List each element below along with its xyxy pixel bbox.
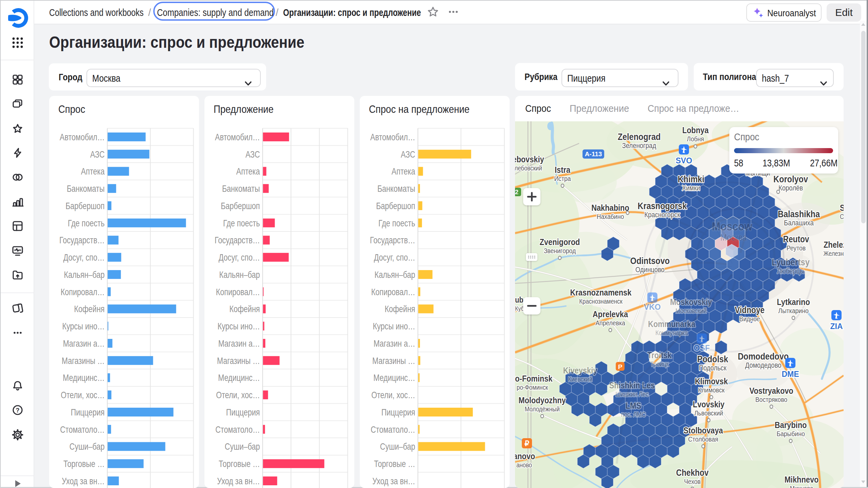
svg-text:Где поесть: Где поесть [223,218,260,228]
svg-text:Досуг, спо…: Досуг, спо… [218,252,260,263]
svg-text:Магазины …: Магазины … [62,356,104,366]
svg-text:Красногорск: Красногорск [644,211,680,219]
svg-text:Lyubertsy: Lyubertsy [772,257,810,267]
svg-text:Звенигород: Звенигород [544,247,576,255]
svg-text:Kommunarka: Kommunarka [648,319,695,329]
svg-text:ebovskiy: ebovskiy [515,154,544,164]
svg-text:Moscow: Moscow [712,220,752,233]
svg-text:Магазин а…: Магазин а… [373,339,415,349]
svg-text:Досуг, спо…: Досуг, спо… [63,252,104,263]
svg-text:Торговые …: Торговые … [374,459,415,469]
svg-text:Барбершоп: Барбершоп [376,201,415,211]
svg-text:Королёв: Королёв [778,184,803,192]
svg-text:Барыбино: Барыбино [776,430,805,438]
svg-text:Уход за вн…: Уход за вн… [372,476,415,486]
svg-text:Пиццерия: Пиццерия [381,407,415,418]
svg-text:P: P [618,363,623,370]
svg-text:Vidnoye: Vidnoye [735,305,765,315]
svg-text:Lytkarino: Lytkarino [777,297,810,307]
svg-text:Стар: Стар [840,213,844,221]
svg-text:Суши–бар: Суши–бар [69,442,104,452]
svg-text:Стоматоло…: Стоматоло… [60,425,104,435]
svg-text:Медицинс…: Медицинс… [218,373,260,383]
svg-text:Пиццерия: Пиццерия [226,407,260,418]
svg-text:Domodedovo: Domodedovo [738,351,789,361]
svg-text:Кальян–бар: Кальян–бар [64,270,104,280]
svg-text:Аптека: Аптека [236,166,260,177]
svg-text:Klimovsk: Klimovsk [695,376,728,386]
svg-text:Автомобил…: Автомобил… [215,132,260,142]
svg-text:?: ? [16,407,20,414]
svg-text:Государств…: Государств… [370,235,415,245]
svg-text:anovo: anovo [515,451,535,461]
svg-text:Банкоматы: Банкоматы [377,184,415,194]
svg-text:Аптека: Аптека [81,166,104,177]
svg-text:Lvovskiy: Lvovskiy [693,399,725,409]
svg-text:пос. ЛМС: пос. ЛМС [621,411,646,419]
svg-text:Odintsovo: Odintsovo [630,256,670,266]
svg-text:Стоматоло…: Стоматоло… [371,425,415,435]
svg-text:Автомобил…: Автомобил… [60,132,105,142]
svg-text:Курсы ино…: Курсы ино… [217,321,260,331]
svg-text:Барбершоп: Барбершоп [65,201,104,211]
svg-text:Куб: Куб [515,305,524,312]
svg-text:Молодёжный: Молодёжный [525,405,559,413]
svg-text:Отели, хос…: Отели, хос… [216,390,260,400]
svg-text:Moskovskiy: Moskovskiy [670,297,712,307]
svg-text:Кофейня: Кофейня [74,304,104,314]
svg-text:Люберцы: Люберцы [777,267,805,275]
svg-text:Istra: Istra [555,165,571,175]
svg-text:Столбовая: Столбовая [688,435,718,443]
svg-text:Кофейня: Кофейня [229,304,260,314]
svg-text:Курсы ино…: Курсы ино… [373,321,415,331]
svg-text:SVO: SVO [676,156,692,165]
svg-text:Торговые …: Торговые … [219,459,260,469]
svg-text:Podolsk: Podolsk [697,354,728,364]
svg-text:Медицинс…: Медицинс… [63,373,104,383]
svg-text:Aprelevka: Aprelevka [593,309,628,319]
svg-text:Киевский: Киевский [568,375,592,383]
svg-text:Копировал…: Копировал… [371,287,415,297]
svg-text:LMS: LMS [626,401,641,410]
svg-text:Зеленоград: Зеленоград [622,142,656,150]
svg-text:Уход за вн…: Уход за вн… [62,476,104,486]
svg-text:Апрелевка: Апрелевка [595,319,625,327]
svg-text:Государств…: Государств… [59,235,104,245]
svg-text:Troitsk: Troitsk [647,350,672,360]
svg-text:Barybino: Barybino [775,420,807,430]
svg-text:Реутов: Реутов [787,244,806,252]
svg-text:ZIA: ZIA [830,322,843,331]
svg-text:Истра: Истра [554,175,571,183]
svg-text:Shishkin Les: Shishkin Les [609,380,655,390]
svg-text:Balashikha: Balashikha [778,209,820,219]
svg-text:Барбершоп: Барбершоп [221,201,260,211]
svg-text:Лобня: Лобня [687,135,704,143]
svg-text:Магазин а…: Магазин а… [218,339,260,349]
svg-text:Krasnoznamensk: Krasnoznamensk [570,287,632,297]
svg-text:ub: ub [515,295,524,304]
svg-text:Краснознаменск: Краснознаменск [579,298,623,305]
svg-text:аново: аново [516,461,532,469]
svg-text:Vostryakovo: Vostryakovo [749,386,793,395]
svg-text:Отели, хос…: Отели, хос… [371,390,415,400]
svg-text:Магазины …: Магазины … [372,356,415,366]
svg-text:Chekhov: Chekhov [676,467,709,477]
svg-text:Чехов: Чехов [684,477,701,486]
svg-text:2: 2 [515,189,518,196]
svg-text:Подольск: Подольск [699,364,727,372]
svg-text:₽: ₽ [525,439,529,448]
svg-text:Zhelez: Zhelez [824,240,844,249]
svg-text:Железно: Железно [823,250,844,258]
svg-text:Lobnya: Lobnya [682,125,709,135]
svg-text:Molodyozhny: Molodyozhny [518,395,566,405]
svg-text:Korolyov: Korolyov [773,174,808,184]
svg-text:Банкоматы: Банкоматы [66,184,104,194]
svg-text:АЗС: АЗС [400,149,415,160]
svg-text:Троицк: Троицк [650,360,669,368]
svg-text:Копировал…: Копировал… [60,287,104,297]
svg-text:Kiveyskiy: Kiveyskiy [563,365,597,375]
svg-text:Львовский: Львовский [694,409,723,417]
svg-text:Магазины …: Магазины … [217,356,260,366]
svg-text:Московский: Московский [675,307,707,315]
svg-text:Медицинс…: Медицинс… [373,373,415,383]
